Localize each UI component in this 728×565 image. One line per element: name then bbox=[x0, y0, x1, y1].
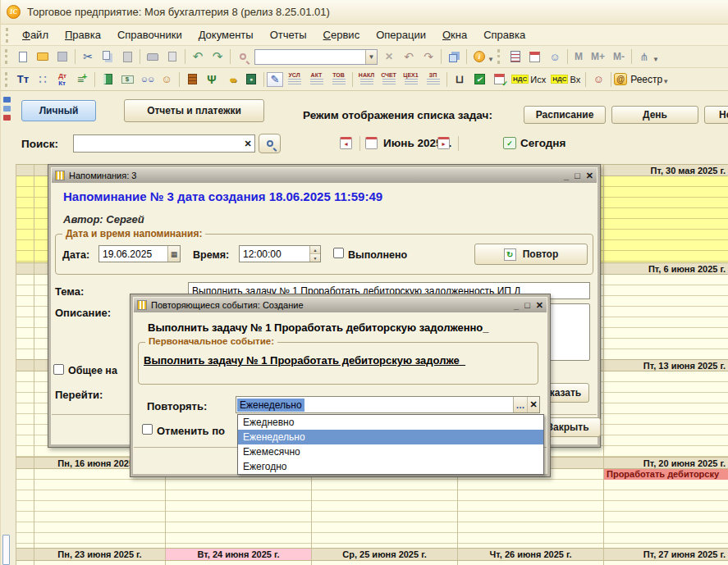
toolbar2-grip-handle[interactable] bbox=[5, 72, 8, 87]
windows-list-icon[interactable] bbox=[444, 48, 464, 66]
schedule-mode-button[interactable]: Расписание bbox=[524, 106, 606, 124]
scales-icon[interactable]: Ψ bbox=[202, 71, 222, 88]
close-button[interactable]: ✕ bbox=[586, 171, 593, 181]
calendar-day-cell[interactable] bbox=[165, 469, 311, 548]
calendar-check-icon[interactable] bbox=[489, 71, 509, 88]
calendar-day-header[interactable]: Вт, 24 июня 2025 г. bbox=[165, 548, 311, 561]
menu-grip-handle[interactable] bbox=[6, 28, 9, 43]
menu-item-5[interactable]: Сервис bbox=[315, 26, 369, 43]
repeat-button[interactable]: ↻ Повтор bbox=[474, 244, 588, 265]
calendar-day-header[interactable]: Пт, 27 июня 2025 г. bbox=[603, 548, 728, 561]
search-field[interactable]: ✕ bbox=[73, 134, 255, 153]
dropdown-option[interactable]: Ежедневно bbox=[238, 415, 543, 430]
task-item[interactable]: Проработать дебиторску bbox=[604, 469, 728, 480]
open-file-icon[interactable] bbox=[33, 48, 53, 66]
calendar-icon[interactable] bbox=[525, 48, 545, 66]
task-note-icon[interactable]: ✔ bbox=[469, 71, 489, 88]
dropdown-option[interactable]: Ежемесячно bbox=[238, 444, 543, 459]
memory-add-button[interactable]: M+ bbox=[587, 51, 609, 62]
about-icon[interactable]: i bbox=[469, 48, 489, 66]
book-icon[interactable] bbox=[98, 71, 117, 88]
calendar-day-header[interactable]: Пт, 6 июня 2025 г. bbox=[603, 262, 728, 275]
menu-item-6[interactable]: Операции bbox=[368, 26, 434, 43]
safe-icon[interactable]: ● bbox=[241, 71, 261, 88]
doc-zp-button[interactable]: ЗП bbox=[422, 71, 444, 89]
print-preview-icon[interactable] bbox=[163, 48, 182, 66]
undo-icon[interactable]: ↶ bbox=[188, 48, 208, 66]
cancel-repeat-checkbox[interactable] bbox=[142, 424, 153, 435]
tab-personal[interactable]: Личный bbox=[21, 100, 96, 121]
date-picker-icon[interactable]: ▦ bbox=[167, 246, 180, 262]
calendar-day-cell[interactable] bbox=[311, 561, 457, 565]
vat-incoming-button[interactable]: НДСВх bbox=[551, 75, 580, 84]
time-field[interactable]: ▲▼ bbox=[239, 245, 321, 262]
redo-icon[interactable]: ↷ bbox=[208, 48, 227, 66]
toolbar-grip-handle[interactable] bbox=[497, 49, 501, 64]
email-registry-icon[interactable]: @ bbox=[614, 73, 627, 85]
coins-icon[interactable]: ●● bbox=[222, 71, 241, 88]
time-spinner[interactable]: ▲▼ bbox=[309, 246, 320, 262]
chevron-down-icon[interactable]: ▼ bbox=[365, 50, 377, 64]
previous-month-icon[interactable]: ◂ bbox=[340, 137, 352, 149]
calendar-day-cell[interactable] bbox=[457, 561, 603, 565]
search-input[interactable] bbox=[74, 138, 241, 149]
calendar-day-header[interactable]: Ср, 25 июня 2025 г. bbox=[311, 548, 457, 561]
calendar-day-cell[interactable] bbox=[603, 561, 728, 565]
clear-value-icon[interactable]: ✕ bbox=[527, 397, 539, 412]
done-checkbox[interactable] bbox=[333, 248, 344, 258]
repeat-combobox[interactable]: Еженедельно … ✕ bbox=[236, 396, 540, 413]
month-calendar-icon[interactable] bbox=[365, 137, 378, 149]
dropdown-option[interactable]: Ежегодно bbox=[238, 459, 543, 474]
calendar-day-cell[interactable] bbox=[165, 561, 311, 565]
menu-item-1[interactable]: Правка bbox=[57, 26, 109, 43]
font-button[interactable]: Тт bbox=[13, 71, 33, 88]
select-ellipsis-button[interactable]: … bbox=[513, 397, 527, 412]
dropdown-option[interactable]: Еженедельно bbox=[238, 430, 543, 444]
copy-icon[interactable] bbox=[98, 48, 117, 66]
calendar-day-cell[interactable] bbox=[603, 469, 728, 548]
calendar-day-cell[interactable] bbox=[457, 469, 603, 548]
calendar-day-header[interactable]: Пт, 20 июня 2025 г. bbox=[603, 457, 728, 469]
window-titlebar[interactable]: 1С Торговое предприятие: Моя бухгалтерия… bbox=[1, 0, 728, 25]
payroll-person-icon[interactable]: ☺ bbox=[588, 71, 608, 88]
calendar-day-cell[interactable] bbox=[603, 176, 728, 262]
calendar-day-cell[interactable] bbox=[603, 275, 728, 359]
today-button[interactable]: Сегодня bbox=[520, 137, 565, 149]
structure-icon[interactable]: ∷ bbox=[33, 71, 53, 88]
cart-icon[interactable]: ⊔ bbox=[450, 71, 469, 88]
print-icon[interactable] bbox=[143, 48, 163, 66]
minimize-button[interactable]: _ bbox=[514, 300, 519, 311]
calendar-day-header[interactable]: Пт, 13 июня 2025 г. bbox=[603, 359, 728, 371]
chevron-down-icon[interactable]: ▼ bbox=[662, 78, 669, 85]
registry-button[interactable]: Реестр bbox=[630, 74, 662, 85]
find-icon[interactable] bbox=[233, 48, 253, 66]
money-icon[interactable]: $ bbox=[117, 71, 137, 88]
quick-search-input[interactable] bbox=[255, 51, 365, 63]
maximize-button[interactable]: □ bbox=[575, 171, 580, 181]
date-input[interactable] bbox=[99, 248, 167, 260]
week-mode-button[interactable]: Неделя bbox=[704, 106, 728, 124]
calendar-day-header[interactable]: Пн, 23 июня 2025 г. bbox=[34, 548, 165, 561]
date-field[interactable]: ▦ bbox=[98, 245, 181, 262]
history-forward-icon[interactable]: ↷ bbox=[419, 48, 438, 66]
doc-akt-button[interactable]: АКТ bbox=[305, 71, 327, 89]
next-month-icon[interactable]: ▸ bbox=[437, 137, 450, 149]
new-document-icon[interactable] bbox=[13, 48, 33, 66]
vat-outgoing-button[interactable]: НДСИсх bbox=[511, 75, 546, 84]
clear-search-x-icon[interactable]: ✕ bbox=[241, 139, 254, 149]
menu-item-3[interactable]: Документы bbox=[190, 26, 262, 43]
toolbar1-grip-handle[interactable] bbox=[5, 49, 8, 64]
memory-subtract-button[interactable]: M- bbox=[609, 51, 629, 62]
menu-item-7[interactable]: Окна bbox=[434, 26, 475, 43]
quick-search-combobox[interactable]: ▼ bbox=[254, 49, 378, 65]
maximize-button[interactable]: □ bbox=[524, 300, 530, 311]
reminders-window-titlebar[interactable]: Напоминания: 3 _ □ ✕ bbox=[52, 168, 597, 183]
search-button[interactable] bbox=[259, 134, 281, 153]
memory-recall-button[interactable]: M bbox=[570, 51, 587, 62]
cut-icon[interactable]: ✂ bbox=[78, 48, 98, 66]
calendar-day-cell[interactable] bbox=[603, 371, 728, 457]
user-permissions-icon[interactable]: ☺ bbox=[545, 48, 565, 66]
service-tools-icon[interactable]: ⋔ bbox=[634, 48, 654, 66]
recurring-dialog-titlebar[interactable]: Повторяющиеся события: Создание _ □ ✕ bbox=[134, 298, 547, 312]
doc-uslugi-button[interactable]: УСЛ bbox=[283, 71, 305, 89]
